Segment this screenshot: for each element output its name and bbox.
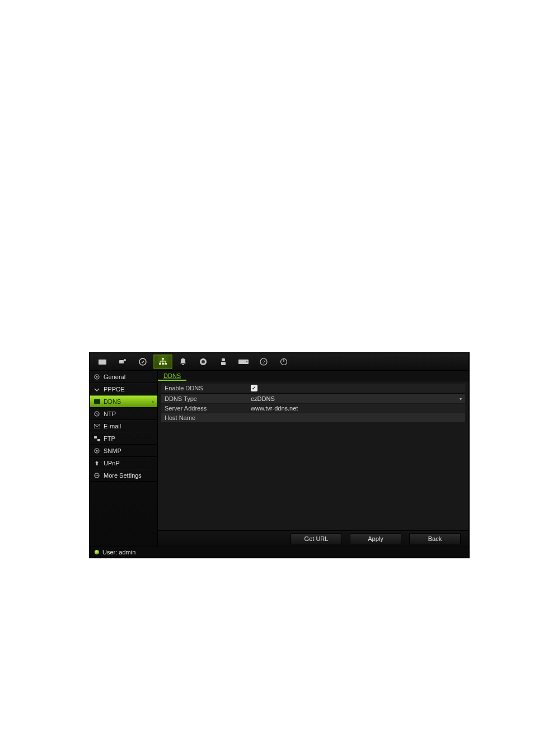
mail-icon xyxy=(93,423,100,430)
sidebar-item-more-settings[interactable]: More Settings xyxy=(90,469,157,482)
separator xyxy=(161,393,465,394)
sidebar-item-label: SNMP xyxy=(104,447,121,454)
input-server-address[interactable]: www.tvr-ddns.net xyxy=(247,405,465,412)
status-user: User: admin xyxy=(102,549,135,556)
sidebar-item-label: FTP xyxy=(104,435,115,442)
row-server-address: Server Address www.tvr-ddns.net xyxy=(161,404,465,413)
camera-icon[interactable] xyxy=(93,354,112,369)
svg-rect-7 xyxy=(165,363,167,365)
sidebar-item-snmp[interactable]: SNMP xyxy=(90,445,157,457)
upnp-icon xyxy=(93,460,100,466)
svg-point-32 xyxy=(97,475,99,476)
value-server-address: www.tvr-ddns.net xyxy=(251,405,298,412)
user-icon[interactable] xyxy=(214,354,233,369)
get-url-button[interactable]: Get URL xyxy=(291,533,342,544)
svg-rect-24 xyxy=(94,436,97,438)
row-host-name: Host Name xyxy=(161,413,465,422)
back-button[interactable]: Back xyxy=(409,533,461,544)
svg-rect-21 xyxy=(94,399,100,404)
settings-form: Enable DDNS ✓ DDNS Type ezDDNS ▾ Server … xyxy=(158,381,469,530)
svg-rect-23 xyxy=(94,424,100,428)
network-icon[interactable] xyxy=(153,354,172,369)
svg-rect-5 xyxy=(159,363,161,365)
apply-button[interactable]: Apply xyxy=(350,533,401,544)
footer-buttons: Get URL Apply Back xyxy=(158,530,469,547)
label-host-name: Host Name xyxy=(161,414,247,421)
select-ddns-type[interactable]: ezDDNS ▾ xyxy=(247,395,465,402)
tab-row: DDNS xyxy=(158,371,469,381)
sidebar-item-label: PPPOE xyxy=(104,386,125,393)
ftp-icon xyxy=(93,435,100,442)
dial-icon xyxy=(93,386,100,393)
alarm-icon[interactable] xyxy=(174,354,193,369)
sidebar-item-label: UPnP xyxy=(104,460,120,466)
sidebar-item-label: NTP xyxy=(104,410,116,417)
svg-point-20 xyxy=(96,376,98,378)
svg-point-31 xyxy=(96,475,97,476)
label-ddns-type: DDNS Type xyxy=(161,395,247,402)
snmp-icon xyxy=(93,447,100,454)
row-ddns-type: DDNS Type ezDDNS ▾ xyxy=(161,394,465,403)
checkbox-enable-ddns[interactable]: ✓ xyxy=(251,385,257,391)
status-bar: User: admin xyxy=(90,547,469,557)
svg-rect-12 xyxy=(221,362,226,365)
label-server-address: Server Address xyxy=(161,405,247,412)
svg-point-2 xyxy=(124,359,126,361)
sidebar-item-ntp[interactable]: NTP xyxy=(90,408,157,420)
svg-rect-28 xyxy=(96,463,98,465)
sidebar-item-ddns[interactable]: DDNS › xyxy=(90,395,157,408)
sidebar-item-label: E-mail xyxy=(104,423,121,430)
svg-point-10 xyxy=(202,360,205,363)
svg-rect-8 xyxy=(182,364,184,365)
sidebar-item-label: General xyxy=(104,374,125,380)
clock-icon xyxy=(93,410,100,417)
sidebar-item-general[interactable]: General xyxy=(90,371,157,383)
sidebar-item-label: More Settings xyxy=(104,472,142,479)
sidebar-item-upnp[interactable]: UPnP xyxy=(90,457,157,469)
more-icon xyxy=(93,472,100,479)
label-enable-ddns: Enable DDNS xyxy=(161,385,247,391)
card-icon xyxy=(93,398,100,405)
power-icon[interactable] xyxy=(274,354,293,369)
hdd-icon[interactable] xyxy=(234,354,253,369)
svg-rect-18 xyxy=(283,359,284,362)
chevron-down-icon: ▾ xyxy=(460,396,462,402)
svg-point-14 xyxy=(246,361,247,362)
tab-ddns[interactable]: DDNS xyxy=(158,371,186,381)
svg-rect-4 xyxy=(162,358,164,360)
sidebar-item-email[interactable]: E-mail xyxy=(90,420,157,432)
row-enable-ddns: Enable DDNS ✓ xyxy=(161,384,465,393)
value-ddns-type: ezDDNS xyxy=(251,395,275,402)
svg-rect-0 xyxy=(99,360,106,365)
gear-icon xyxy=(93,374,100,380)
svg-rect-6 xyxy=(162,363,164,365)
record-icon[interactable] xyxy=(133,354,152,369)
main-panel: DDNS Enable DDNS ✓ DDNS Type ezDDNS ▾ xyxy=(158,371,469,547)
sidebar-item-ftp[interactable]: FTP xyxy=(90,432,157,445)
sidebar-item-pppoe[interactable]: PPPOE xyxy=(90,383,157,395)
sidebar-item-label: DDNS xyxy=(104,398,121,405)
svg-rect-11 xyxy=(222,358,225,361)
app-window: ? General PPPOE DDNS › NTP xyxy=(90,353,469,558)
chevron-right-icon: › xyxy=(152,398,154,405)
dome-icon[interactable] xyxy=(194,354,213,369)
camera-settings-icon[interactable] xyxy=(113,354,132,369)
help-icon[interactable]: ? xyxy=(254,354,273,369)
svg-point-30 xyxy=(95,475,96,476)
svg-text:?: ? xyxy=(263,360,265,365)
top-toolbar: ? xyxy=(90,353,469,371)
svg-rect-25 xyxy=(97,439,100,441)
svg-rect-1 xyxy=(119,360,124,363)
sidebar: General PPPOE DDNS › NTP E-mail FTP xyxy=(90,371,158,547)
status-dot-icon xyxy=(95,550,99,554)
svg-point-27 xyxy=(96,450,98,452)
